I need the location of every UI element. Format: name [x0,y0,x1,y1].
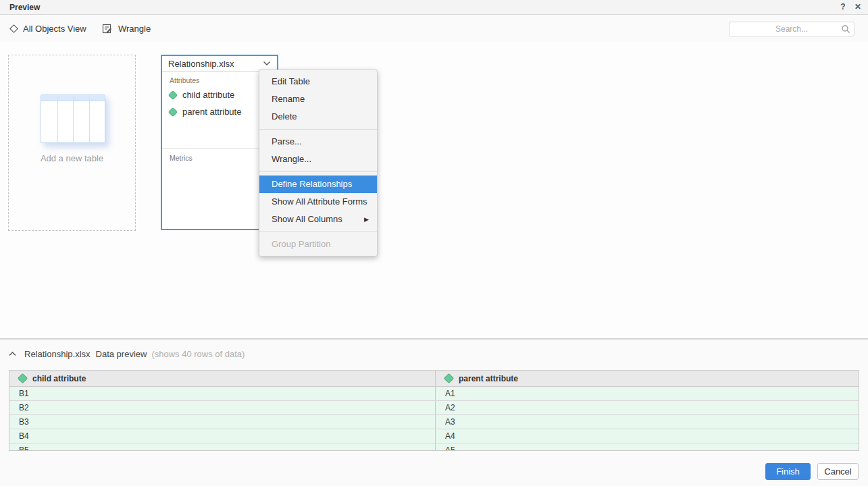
menu-divider [259,171,377,172]
menu-item-wrangle[interactable]: Wrangle... [259,151,377,168]
attribute-diamond-icon [444,373,455,384]
chevron-down-icon [263,61,271,66]
help-icon[interactable]: ? [838,2,848,11]
data-preview-panel: Relationship.xlsx Data preview (shows 40… [0,340,868,486]
table-cell: B3 [9,415,436,429]
table-row: B4 A4 [9,429,859,443]
menu-item-parse[interactable]: Parse... [259,133,377,151]
toolbar: All Objects View Wrangle [0,16,868,42]
table-row: B1 A1 [9,387,859,401]
column-header-label: child attribute [32,374,86,383]
menu-divider [259,129,377,130]
data-preview-table: child attribute parent attribute B1 A1 B… [9,370,859,451]
table-icon [41,94,105,143]
menu-item-rename[interactable]: Rename [259,90,377,108]
table-row: B5 A5 [9,443,859,451]
table-cell: A1 [436,387,859,400]
menu-divider [259,232,377,232]
finish-button[interactable]: Finish [765,463,811,480]
close-icon[interactable]: ✕ [853,2,863,11]
metrics-label: Metrics [170,154,270,162]
attribute-item-parent[interactable]: parent attribute [170,107,270,117]
add-table-label: Add a new table [9,153,135,163]
table-cell: B5 [9,443,436,451]
menu-item-label: Show All Columns [272,214,342,224]
table-row: B3 A3 [9,415,859,429]
attribute-name: child attribute [182,90,234,100]
column-header-child-attribute[interactable]: child attribute [9,371,436,386]
attribute-name: parent attribute [182,107,241,117]
attribute-diamond-icon [18,373,28,384]
table-context-menu: Edit Table Rename Delete Parse... Wrangl… [259,70,378,256]
preview-label: Data preview [96,349,147,359]
preview-rows-note: (shows 40 rows of data) [151,349,245,359]
cancel-button[interactable]: Cancel [817,463,859,480]
column-header-label: parent attribute [459,374,518,383]
table-cell: A4 [436,429,859,443]
column-header-parent-attribute[interactable]: parent attribute [436,371,859,386]
menu-item-edit-table[interactable]: Edit Table [259,73,377,90]
menu-item-show-all-attribute-forms[interactable]: Show All Attribute Forms [259,193,377,211]
table-cell: B4 [9,429,436,443]
all-objects-view-label: All Objects View [23,24,86,34]
table-cell: B2 [9,401,436,414]
page-title: Preview [9,3,40,12]
attribute-diamond-icon [168,107,178,116]
table-header-row: child attribute parent attribute [9,371,859,387]
collapse-chevron-icon[interactable] [9,352,16,356]
menu-item-show-all-columns[interactable]: Show All Columns ▶ [259,211,377,228]
search-icon[interactable] [841,24,850,36]
search-box [729,22,854,36]
attribute-item-child[interactable]: child attribute [170,90,270,100]
menu-item-group-partition: Group Partition [259,236,377,253]
table-cell: B1 [9,387,436,400]
preview-table-name: Relationship.xlsx [24,349,91,359]
all-objects-view-button[interactable]: All Objects View [11,16,86,42]
menu-item-delete[interactable]: Delete [259,108,377,126]
attribute-diamond-icon [168,90,178,99]
table-card-title: Relationship.xlsx [168,59,234,69]
wrangle-icon [102,24,112,34]
wrangle-button[interactable]: Wrangle [102,16,151,42]
attributes-label: Attributes [170,76,270,84]
table-cell: A2 [436,401,859,414]
title-bar: Preview ? ✕ [0,0,868,15]
table-cell: A5 [436,443,859,451]
table-row: B2 A2 [9,401,859,415]
diamond-outline-icon [9,24,18,33]
add-new-table-dropzone[interactable]: Add a new table [8,55,136,231]
data-preview-header: Relationship.xlsx Data preview (shows 40… [9,349,245,359]
table-cell: A3 [436,415,859,429]
wrangle-label: Wrangle [118,24,151,34]
submenu-arrow-icon: ▶ [364,211,369,228]
menu-item-define-relationships[interactable]: Define Relationships [259,176,377,193]
search-input[interactable] [729,22,854,36]
